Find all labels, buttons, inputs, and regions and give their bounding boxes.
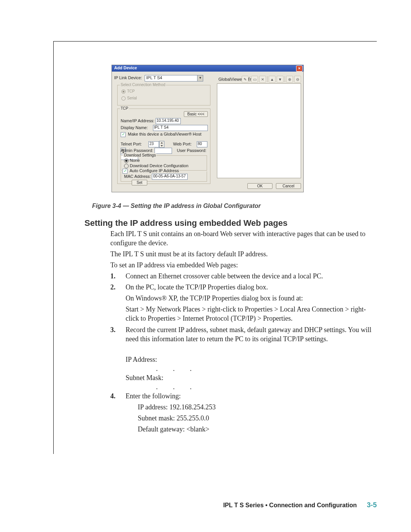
radio-tcp[interactable] xyxy=(121,89,126,94)
page-number: 3-5 xyxy=(367,501,377,509)
ip-link-value: IPL T S4 xyxy=(146,75,162,80)
ip-link-label: IP Link Device: xyxy=(114,75,142,80)
step-3-text: Record the current IP address, subnet ma… xyxy=(126,325,377,343)
step-2-text: On the PC, locate the TCP/IP Properties … xyxy=(126,283,373,292)
radio-serial-label: Serial xyxy=(127,96,137,100)
figure-caption: Figure 3-4 — Setting the IP address in G… xyxy=(92,203,261,209)
gv-host-checkbox[interactable]: ✓ xyxy=(121,132,126,137)
step-1-num: 1. xyxy=(110,272,116,281)
telnet-spinner[interactable] xyxy=(159,141,164,148)
top-rule xyxy=(53,41,377,42)
step-3: 3. Record the current IP address, subnet… xyxy=(110,325,377,343)
step-2b: On Windows® XP, the TCP/IP Properties di… xyxy=(126,294,373,303)
name-ip-input[interactable]: 10.14.195.40 xyxy=(156,118,181,124)
telnet-label: Telnet Port: xyxy=(121,142,142,146)
pencil-icon[interactable]: ✎ xyxy=(242,76,249,83)
admin-pw-label: Admin Password: xyxy=(121,148,153,153)
ok-button[interactable]: OK xyxy=(247,183,272,189)
footer-text: IPL T S Series • Connection and Configur… xyxy=(223,502,357,508)
basic-button[interactable]: Basic <<< xyxy=(184,111,208,117)
step-2-num: 2. xyxy=(110,283,116,292)
dialog-buttons: OK Cancel xyxy=(245,183,301,189)
radio-ddc-label: Download Device Configuration xyxy=(130,163,188,168)
expand-icon[interactable]: ⊕ xyxy=(286,76,293,83)
step-4a: IP address: 192.168.254.253 xyxy=(138,403,216,412)
conn-method-legend: Select Connection Method xyxy=(120,83,166,87)
dialog-title: Add Device xyxy=(114,66,137,70)
para-3: To set an IP address via embedded Web pa… xyxy=(110,260,373,270)
set-button[interactable]: Set xyxy=(132,180,147,185)
up-icon[interactable]: ▲ xyxy=(269,76,276,83)
tree-toolbar: ✎ ▭ ✕ ▲ ▼ ⊕ ⊖ xyxy=(242,76,301,83)
page-footer: IPL T S Series • Connection and Configur… xyxy=(0,501,377,509)
radio-serial[interactable] xyxy=(121,96,126,101)
auto-ip-checkbox[interactable]: ✓ xyxy=(123,169,127,174)
web-input[interactable]: 80 xyxy=(197,141,207,147)
gv-host-label: Make this device a GlobalViewer® Host xyxy=(128,132,201,136)
step-4: 4. Enter the following: xyxy=(110,391,373,401)
cancel-button[interactable]: Cancel xyxy=(276,183,301,189)
step-4b: Subnet mask: 255.255.0.0 xyxy=(138,414,209,423)
step-3-ip-label: IP Address: xyxy=(126,355,157,364)
step-1-text: Connect an Ethernet crossover cable betw… xyxy=(126,272,373,281)
close-icon[interactable]: × xyxy=(296,66,303,72)
step-3-sm-label: Subnet Mask: xyxy=(126,373,164,382)
step-2c: Start > My Network Places > right-click … xyxy=(126,305,377,323)
web-label: Web Port: xyxy=(173,142,192,146)
para-2: The IPL T S unit must be at its factory … xyxy=(110,249,373,259)
gv-tree-pane[interactable] xyxy=(217,83,301,178)
connection-method-group: Select Connection Method TCP Serial xyxy=(117,85,210,105)
dl-legend: Download Settings xyxy=(123,153,156,157)
admin-pw-input[interactable] xyxy=(155,148,172,154)
radio-none-label: None xyxy=(130,158,140,163)
collapse-icon[interactable]: ⊖ xyxy=(294,76,301,83)
tcp-group: TCP Basic <<< Name/IP Address: 10.14.195… xyxy=(117,109,210,184)
step-1: 1. Connect an Ethernet crossover cable b… xyxy=(110,272,373,281)
step-4c: Default gateway: <blank> xyxy=(138,425,209,434)
section-heading: Setting the IP address using embedded We… xyxy=(84,218,287,228)
para-1: Each IPL T S unit contains an on-board W… xyxy=(110,229,373,248)
user-pw-label: User Password: xyxy=(177,148,207,153)
auto-ip-label: Auto Configure IP Address xyxy=(129,168,178,173)
radio-none[interactable] xyxy=(124,158,129,163)
step-2: 2. On the PC, locate the TCP/IP Properti… xyxy=(110,283,373,292)
radio-ddc[interactable] xyxy=(124,164,129,168)
dialog-titlebar: Add Device × xyxy=(112,65,303,72)
ip-link-combo[interactable]: IPL T S4 ▼ xyxy=(145,75,203,81)
mac-label: MAC Address: xyxy=(124,174,151,179)
left-rule xyxy=(53,41,54,454)
radio-tcp-label: TCP xyxy=(127,89,135,93)
step-3-num: 3. xyxy=(110,325,116,334)
step-4-text: Enter the following: xyxy=(126,391,373,401)
delete-icon[interactable]: ✕ xyxy=(259,76,266,83)
display-name-label: Display Name: xyxy=(121,125,148,130)
telnet-input[interactable]: 23 xyxy=(148,141,159,147)
auto-ip-group: ✓ Auto Configure IP Address MAC Address:… xyxy=(121,171,207,182)
name-ip-label: Name/IP Address: xyxy=(121,118,154,123)
add-device-dialog: Add Device × IP Link Device: IPL T S4 ▼ … xyxy=(112,65,304,192)
tcp-legend: TCP xyxy=(120,106,129,110)
chevron-down-icon[interactable]: ▼ xyxy=(197,75,203,81)
down-icon[interactable]: ▼ xyxy=(277,76,284,83)
step-4-num: 4. xyxy=(110,391,116,401)
mac-input[interactable]: 00-05-A6-0A-13-57 xyxy=(152,174,188,180)
display-name-input[interactable]: IPL T S4 xyxy=(153,125,208,131)
step-3-sm-dots: ... xyxy=(156,382,207,391)
step-3-ip-dots: ... xyxy=(156,364,207,373)
folder-icon[interactable]: ▭ xyxy=(251,76,258,83)
